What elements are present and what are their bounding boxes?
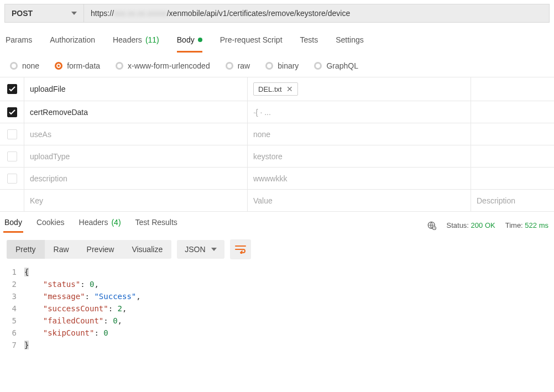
- formdata-key[interactable]: certRemoveData: [24, 101, 248, 123]
- row-checkbox[interactable]: [7, 151, 17, 161]
- tab-tests[interactable]: Tests: [300, 35, 318, 53]
- formdata-key[interactable]: uploadType: [24, 145, 248, 167]
- formdata-value[interactable]: ·{ · ...: [248, 101, 471, 123]
- http-method-value: POST: [12, 9, 33, 18]
- url-path: /xenmobile/api/v1/certificates/remove/ke…: [167, 9, 350, 18]
- radio-icon: [265, 62, 273, 70]
- line-number: 4: [7, 302, 24, 315]
- radio-icon: [116, 62, 123, 70]
- response-tabs: Body Cookies Headers (4) Test Results: [3, 218, 179, 233]
- table-row: Key Value Description: [0, 190, 554, 212]
- line-number: 7: [7, 339, 24, 351]
- body-type-raw[interactable]: raw: [226, 61, 250, 70]
- formdata-desc[interactable]: [471, 123, 554, 145]
- status-value: 200 OK: [471, 221, 495, 229]
- file-chip: DEL.txt✕: [253, 82, 298, 96]
- response-headers-count: (4): [111, 218, 121, 227]
- line-number: 6: [7, 327, 24, 339]
- body-type-binary[interactable]: binary: [265, 61, 299, 70]
- line-number: 2: [7, 278, 24, 290]
- body-type-graphql[interactable]: GraphQL: [314, 61, 358, 70]
- formdata-key[interactable]: description: [24, 168, 248, 189]
- formdata-key-input[interactable]: Key: [24, 190, 248, 211]
- formdata-key[interactable]: useAs: [24, 123, 248, 145]
- tab-body[interactable]: Body: [177, 35, 202, 53]
- view-raw-button[interactable]: Raw: [45, 240, 78, 259]
- line-number: 3: [7, 290, 24, 302]
- view-pretty-button[interactable]: Pretty: [7, 240, 45, 259]
- radio-icon: [314, 62, 322, 70]
- response-tab-body[interactable]: Body: [3, 218, 23, 233]
- response-body-editor[interactable]: 1{ 2 "status": 0, 3 "message": "Success"…: [0, 266, 554, 357]
- radio-icon: [10, 62, 18, 70]
- wrap-lines-button[interactable]: [230, 239, 251, 259]
- code-content: "message": "Success",: [24, 290, 141, 302]
- row-checkbox[interactable]: [7, 84, 17, 94]
- radio-icon: [55, 62, 62, 70]
- row-checkbox[interactable]: [7, 174, 17, 184]
- row-checkbox[interactable]: [7, 107, 17, 117]
- remove-file-icon[interactable]: ✕: [286, 85, 293, 93]
- view-preview-button[interactable]: Preview: [78, 240, 123, 259]
- wrap-icon: [235, 245, 246, 254]
- code-content: "status": 0,: [24, 278, 99, 290]
- view-mode-group: Pretty Raw Preview Visualize: [7, 240, 171, 259]
- formdata-value[interactable]: keystore: [248, 145, 471, 167]
- table-row: description wwwwkkk: [0, 168, 554, 190]
- tab-authorization[interactable]: Authorization: [50, 35, 95, 53]
- chevron-down-icon: [71, 12, 77, 15]
- time-label: Time: 522 ms: [505, 221, 548, 229]
- view-visualize-button[interactable]: Visualize: [123, 240, 171, 259]
- formdata-desc[interactable]: [471, 145, 554, 167]
- table-row: useAs none: [0, 123, 554, 145]
- response-format-select[interactable]: JSON: [177, 240, 224, 259]
- formdata-value[interactable]: none: [248, 123, 471, 145]
- line-number: 1: [7, 266, 24, 278]
- formdata-key[interactable]: uploadFile: [24, 77, 248, 101]
- tab-params[interactable]: Params: [6, 35, 32, 53]
- formdata-table: uploadFile DEL.txt✕ certRemoveData ·{ · …: [0, 77, 554, 212]
- headers-count: (11): [145, 35, 159, 44]
- body-type-row: none form-data x-www-form-urlencoded raw…: [0, 53, 554, 77]
- formdata-desc-input[interactable]: Description: [471, 190, 554, 211]
- time-value: 522 ms: [525, 221, 548, 229]
- row-checkbox[interactable]: [7, 129, 17, 139]
- url-input[interactable]: https://xxx.xx.xx.xxxxx/xenmobile/api/v1…: [84, 4, 550, 23]
- code-content: {: [24, 266, 29, 278]
- response-tab-testresults[interactable]: Test Results: [134, 218, 179, 233]
- code-content: "skipCount": 0: [24, 327, 108, 339]
- formdata-desc[interactable]: [471, 101, 554, 123]
- formdata-desc[interactable]: [471, 168, 554, 189]
- line-number: 5: [7, 315, 24, 327]
- request-tabs: Params Authorization Headers (11) Body P…: [0, 27, 554, 53]
- response-tab-headers[interactable]: Headers (4): [78, 218, 122, 233]
- formdata-value[interactable]: wwwwkkk: [248, 168, 471, 189]
- status-label: Status: 200 OK: [447, 221, 495, 229]
- formdata-value-input[interactable]: Value: [248, 190, 471, 211]
- radio-icon: [226, 62, 233, 70]
- tab-headers[interactable]: Headers (11): [113, 35, 159, 53]
- table-row: uploadType keystore: [0, 145, 554, 168]
- code-content: "successCount": 2,: [24, 302, 127, 315]
- chevron-down-icon: [211, 248, 217, 251]
- code-content: }: [24, 339, 29, 351]
- url-redacted: xxx.xx.xx.xxxxx: [114, 9, 167, 18]
- tab-settings[interactable]: Settings: [336, 35, 364, 53]
- body-type-formdata[interactable]: form-data: [55, 61, 100, 70]
- http-method-select[interactable]: POST: [4, 4, 84, 23]
- body-type-urlencoded[interactable]: x-www-form-urlencoded: [116, 61, 210, 70]
- response-meta: Status: 200 OK Time: 522 ms: [427, 221, 548, 231]
- formdata-value[interactable]: DEL.txt✕: [248, 77, 471, 101]
- response-toolbar: Pretty Raw Preview Visualize JSON: [0, 233, 554, 266]
- network-globe-icon[interactable]: [427, 221, 437, 231]
- response-tab-cookies[interactable]: Cookies: [35, 218, 66, 233]
- url-prefix: https://: [91, 9, 114, 18]
- body-type-none[interactable]: none: [10, 61, 39, 70]
- code-content: "failedCount": 0,: [24, 315, 122, 327]
- table-row: certRemoveData ·{ · ...: [0, 101, 554, 123]
- table-row: uploadFile DEL.txt✕: [0, 77, 554, 101]
- tab-prerequest[interactable]: Pre-request Script: [220, 35, 283, 53]
- formdata-desc[interactable]: [471, 77, 554, 101]
- body-modified-dot-icon: [198, 38, 202, 42]
